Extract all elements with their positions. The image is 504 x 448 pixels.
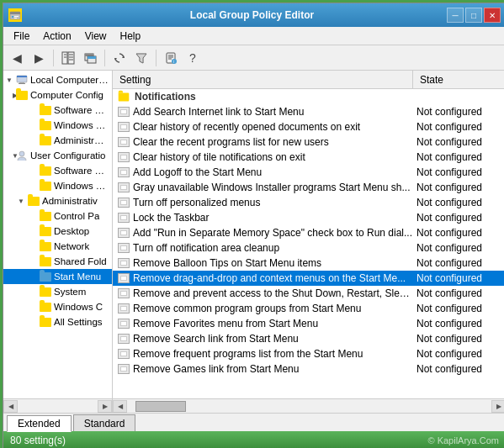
h-scroll-thumb[interactable] — [135, 401, 186, 412]
list-row-17[interactable]: Remove frequent programs list from the S… — [113, 346, 504, 361]
col-header-setting[interactable]: Setting — [113, 71, 413, 88]
minimize-button[interactable]: ─ — [447, 8, 464, 23]
filter-button[interactable] — [131, 48, 151, 68]
svg-point-30 — [19, 151, 24, 156]
list-row-11[interactable]: Remove Balloon Tips on Start Menu items … — [113, 256, 504, 271]
list-row-6[interactable]: Gray unavailable Windows Installer progr… — [113, 180, 504, 195]
expand-icon[interactable]: ▶ — [3, 87, 15, 103]
tree-node-windows-components[interactable]: Windows C — [3, 299, 112, 314]
policy-icon-2 — [116, 120, 131, 134]
tree-label-system: System — [54, 287, 86, 297]
maximize-button[interactable]: □ — [465, 8, 482, 23]
close-button[interactable]: ✕ — [484, 8, 501, 23]
folder-icon — [39, 134, 52, 147]
new-window-button[interactable] — [80, 48, 100, 68]
h-scroll-list-right-btn[interactable]: ▶ — [491, 400, 504, 413]
tree-pane[interactable]: ▼ Local Computer Polic ▶ Computer Config — [3, 71, 113, 398]
expand-icon[interactable] — [27, 103, 39, 118]
list-row-2[interactable]: Clear history of recently opened documen… — [113, 119, 504, 134]
state-text-6: Not configured — [413, 182, 504, 193]
list-row-16[interactable]: Remove Search link from Start Menu Not c… — [113, 331, 504, 346]
expand-icon[interactable] — [27, 239, 39, 254]
expand-icon[interactable] — [27, 178, 39, 193]
tree-node-shared-folders[interactable]: Shared Fold — [3, 254, 112, 269]
tree-node-start-menu[interactable]: Start Menu — [3, 269, 112, 284]
expand-icon[interactable] — [27, 224, 39, 239]
tree-node-windows-settings-2[interactable]: Windows Setti — [3, 178, 112, 193]
expand-icon[interactable] — [27, 118, 39, 133]
state-text-13: Not configured — [413, 287, 504, 299]
menu-file[interactable]: File — [7, 29, 36, 44]
properties-button[interactable]: i — [161, 48, 181, 68]
expand-icon[interactable] — [27, 163, 39, 178]
expand-icon[interactable] — [27, 254, 39, 269]
menu-action[interactable]: Action — [36, 29, 77, 44]
list-row-18[interactable]: Remove Games link from Start Menu Not co… — [113, 361, 504, 377]
list-pane: Setting State Notifications Add Searc — [113, 71, 504, 398]
expand-icon[interactable] — [27, 208, 39, 224]
policy-icon-7 — [116, 196, 131, 209]
tree-node-admin-templates-2[interactable]: ▼ Administrativ — [3, 193, 112, 208]
tab-extended[interactable]: Extended — [7, 415, 72, 432]
tree-node-computer-config[interactable]: ▶ Computer Config — [3, 87, 112, 103]
h-scroll-list-left-btn[interactable]: ◀ — [113, 400, 127, 413]
tree-node-admin-templates-1[interactable]: Administrativ — [3, 133, 112, 148]
policy-icon-11 — [116, 256, 131, 270]
list-row-8[interactable]: Lock the Taskbar Not configured — [113, 210, 504, 225]
tree-node-network[interactable]: Network — [3, 239, 112, 254]
h-scroll-left-track[interactable] — [18, 400, 98, 413]
list-row-1[interactable]: Add Search Internet link to Start Menu N… — [113, 104, 504, 119]
expand-icon[interactable]: ▼ — [3, 72, 15, 87]
tree-label-desktop: Desktop — [54, 226, 89, 236]
tree-node-software-settings-1[interactable]: Software Setti — [3, 103, 112, 118]
row-text-4: Clear history of tile notifications on e… — [131, 151, 413, 163]
tree-node-control-panel[interactable]: Control Pa — [3, 208, 112, 224]
expand-icon[interactable] — [27, 269, 39, 284]
list-row-13[interactable]: Remove and prevent access to the Shut Do… — [113, 286, 504, 301]
list-row-12[interactable]: Remove drag-and-drop and context menus o… — [113, 271, 504, 286]
policy-icon-18 — [116, 362, 131, 376]
folder-icon — [27, 194, 40, 208]
section-notifications-row[interactable]: Notifications — [113, 89, 504, 104]
refresh-button[interactable] — [109, 48, 130, 68]
menu-help[interactable]: Help — [114, 29, 148, 44]
list-body[interactable]: Notifications Add Search Internet link t… — [113, 89, 504, 398]
col-header-state[interactable]: State — [413, 71, 504, 88]
tree-node-system[interactable]: System — [3, 284, 112, 299]
tab-standard[interactable]: Standard — [73, 414, 136, 431]
expand-icon[interactable] — [27, 284, 39, 299]
tree-node-local-computer[interactable]: ▼ Local Computer Polic — [3, 72, 112, 87]
folder-icon — [39, 240, 52, 253]
forward-button[interactable]: ▶ — [29, 48, 49, 68]
tree-node-software-settings-2[interactable]: Software Setti — [3, 163, 112, 178]
tree-label-computer-config: Computer Config — [30, 90, 103, 100]
tree-node-all-settings[interactable]: All Settings — [3, 314, 112, 329]
expand-icon[interactable]: ▼ — [15, 193, 27, 208]
list-row-9[interactable]: Add "Run in Separate Memory Space" check… — [113, 225, 504, 240]
folder-icon — [39, 255, 52, 268]
list-row-7[interactable]: Turn off personalized menus Not configur… — [113, 195, 504, 210]
svg-rect-28 — [19, 82, 24, 83]
h-scroll-left-btn[interactable]: ◀ — [3, 400, 18, 413]
list-row-4[interactable]: Clear history of tile notifications on e… — [113, 150, 504, 165]
expand-icon[interactable]: ▼ — [3, 148, 15, 163]
show-hide-tree-button[interactable] — [58, 48, 78, 68]
list-row-14[interactable]: Remove common program groups from Start … — [113, 301, 504, 316]
expand-icon[interactable] — [27, 299, 39, 314]
tree-node-desktop[interactable]: Desktop — [3, 224, 112, 239]
list-row-5[interactable]: Add Logoff to the Start Menu Not configu… — [113, 165, 504, 180]
expand-icon[interactable] — [27, 133, 39, 148]
list-row-3[interactable]: Clear the recent programs list for new u… — [113, 134, 504, 150]
row-text-5: Add Logoff to the Start Menu — [131, 166, 413, 178]
tree-node-windows-settings-1[interactable]: Windows Setti — [3, 118, 112, 133]
back-button[interactable]: ◀ — [7, 48, 27, 68]
help-button[interactable]: ? — [183, 48, 203, 68]
tree-node-user-config[interactable]: ▼ User Configuratio — [3, 148, 112, 163]
list-row-15[interactable]: Remove Favorites menu from Start Menu No… — [113, 316, 504, 331]
status-count: 80 setting(s) — [10, 435, 66, 446]
list-row-10[interactable]: Turn off notification area cleanup Not c… — [113, 240, 504, 256]
h-scroll-list-track[interactable] — [127, 400, 491, 413]
menu-view[interactable]: View — [78, 29, 114, 44]
h-scroll-right-btn[interactable]: ▶ — [98, 400, 112, 413]
expand-icon[interactable] — [27, 314, 39, 329]
